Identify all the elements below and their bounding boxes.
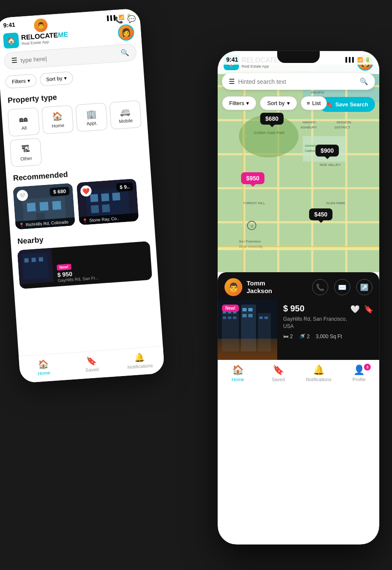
card-details: $ 950 🤍 🔖 GayHills Rd, San Francisco,USA… (277, 300, 379, 360)
svg-rect-14 (22, 253, 49, 280)
card-price: $ 950 (283, 304, 304, 314)
prop-type-appt[interactable]: 🏢 Appt. (75, 103, 108, 132)
svg-rect-61 (248, 308, 253, 311)
svg-text:HAIGHT-: HAIGHT- (303, 120, 317, 124)
search-input-back[interactable] (20, 50, 118, 64)
svg-rect-64 (259, 316, 263, 319)
share-button[interactable]: ↗️ (356, 279, 372, 295)
notification-badge: 3 (364, 364, 371, 370)
notifications-nav-icon-back: 🔔 (134, 352, 145, 363)
mobile-icon: 🚐 (119, 106, 131, 117)
prop-type-other[interactable]: 🏗 Other (9, 138, 42, 167)
svg-text:NOE VALLEY: NOE VALLEY (320, 163, 341, 167)
card-address: GayHills Rd, San Francisco,USA (283, 316, 373, 330)
bookmark-icon-card[interactable]: 🔖 (364, 305, 373, 314)
svg-rect-17 (39, 257, 43, 262)
svg-rect-59 (233, 316, 236, 319)
battery-icon-front: 🔋 (365, 57, 371, 63)
heart-icon-card[interactable]: 🤍 (350, 305, 360, 314)
nav-saved-back[interactable]: 🔖 Saved (67, 354, 116, 374)
tagline-front: Real Estate App (241, 64, 289, 68)
sort-button-front[interactable]: Sort by ▾ (260, 96, 297, 110)
time-back: 9:41 (3, 21, 15, 29)
prop-type-mobile[interactable]: 🚐 Mobile (109, 100, 142, 130)
call-button[interactable]: 📞 (312, 279, 328, 295)
svg-text:Golden Gate Park: Golden Gate Park (254, 131, 285, 135)
svg-rect-23 (218, 187, 379, 189)
message-button[interactable]: ✉️ (334, 279, 350, 295)
sort-button-back[interactable]: Sort by ▾ (39, 71, 73, 86)
nav-notifications-front[interactable]: 🔔 Notifications (298, 365, 339, 382)
card-actions: 🤍 🔖 (350, 305, 373, 314)
home-icon: 🏠 (52, 111, 63, 122)
card-agent-avatar: 👨 (224, 278, 242, 296)
back-phone: 9:41 ▌▌▌ 📶 🔋 🏠 RELOCATEME Real Estate Ap… (0, 8, 165, 383)
nearby-card[interactable]: 👨 Tomm Jackson 📞 💬 (17, 241, 153, 289)
dropdown-icon: ▾ (64, 75, 67, 81)
rec-card-2[interactable]: ❤️ $ 9.. 📍 Stone Ray, Co.. (77, 179, 139, 225)
status-icons-front: ▌▌▌ 📶 🔋 (346, 57, 371, 63)
nearby-property-img (17, 248, 54, 284)
card-agent-icons: 📞 ✉️ ↗️ (312, 279, 372, 295)
logo-icon-back: 🏠 (3, 32, 19, 48)
saved-nav-icon-front: 🔖 (273, 365, 284, 376)
svg-rect-3 (40, 202, 48, 211)
filters-button-front[interactable]: Filters ▾ (222, 96, 256, 110)
map-marker-680[interactable]: $680 (260, 113, 284, 125)
search-bar-front[interactable]: ☰ 🔍 (222, 73, 375, 90)
all-icon: 🏘 (19, 114, 28, 124)
other-icon: 🏗 (21, 144, 30, 154)
card-body: New! $ 950 🤍 🔖 GayHills Rd, San Francisc… (218, 300, 379, 360)
nav-profile-front[interactable]: 👤 Profile 3 (339, 365, 379, 382)
card-specs: 🛏 2 🚿 2 3,000 Sq Ft (283, 333, 373, 339)
svg-rect-62 (242, 314, 247, 317)
dropdown-icon-sort: ▾ (287, 100, 290, 106)
dropdown-icon: ▾ (27, 78, 30, 84)
prop-type-all[interactable]: 🏘 All (7, 107, 40, 137)
svg-rect-58 (228, 316, 231, 319)
new-badge-card: New! (222, 305, 239, 312)
dropdown-icon-filters: ▾ (246, 100, 249, 106)
bath-icon: 🚿 (299, 333, 305, 339)
map-marker-950[interactable]: $950 (241, 172, 264, 184)
home-nav-icon-front: 🏠 (232, 365, 244, 376)
svg-rect-2 (27, 202, 36, 211)
map-marker-450[interactable]: $450 (309, 208, 332, 220)
svg-rect-9 (101, 193, 109, 201)
nearby-info: New! $ 950 GayHills Rd, San Fr... (51, 241, 152, 287)
property-card-front: 👨 TommJackson 📞 ✉️ ↗️ (218, 272, 379, 360)
svg-rect-12 (102, 204, 110, 212)
beds-spec: 🛏 2 (283, 333, 293, 339)
price-badge-1: $ 680 (50, 187, 70, 197)
home-nav-icon: 🏠 (38, 359, 49, 370)
nav-home-front[interactable]: 🏠 Home (218, 365, 258, 382)
filters-button-back[interactable]: Filters ▾ (5, 74, 37, 89)
hamburger-icon-front: ☰ (229, 77, 235, 86)
nav-notifications-back[interactable]: 🔔 Notifications (115, 351, 165, 370)
svg-text:ASHBURY: ASHBURY (301, 125, 317, 129)
svg-rect-8 (90, 194, 98, 202)
nearby-card-img (17, 248, 54, 284)
svg-text:PACIFIC: PACIFIC (311, 91, 324, 94)
hamburger-icon-back: ☰ (11, 57, 17, 65)
signal-icon-front: ▌▌▌ (346, 57, 355, 62)
nav-saved-front[interactable]: 🔖 Saved (258, 365, 298, 382)
search-icon-front[interactable]: 🔍 (360, 77, 368, 86)
svg-text:DISTRICT: DISTRICT (335, 125, 350, 129)
rec-card-1[interactable]: 🤍 $ 680 📍 RichHills Rd, Colorado (13, 183, 75, 230)
list-button[interactable]: ≡ List (301, 96, 327, 110)
nav-home-back[interactable]: 🏠 Home (19, 357, 68, 377)
front-phone-inner: Golden Gate Park University of Californi… (218, 51, 379, 544)
search-input-front[interactable] (238, 78, 356, 85)
front-phone: Golden Gate Park University of Californi… (218, 51, 379, 544)
profile-nav-icon-front: 👤 (353, 365, 365, 376)
sqft-spec: 3,000 Sq Ft (315, 333, 342, 339)
search-icon-back[interactable]: 🔍 (120, 48, 129, 57)
prop-type-home[interactable]: 🏠 Home (41, 105, 74, 134)
card-agent-info: 👨 TommJackson (224, 278, 272, 296)
price-badge-2: $ 9.. (116, 182, 134, 192)
save-search-button[interactable]: 🔖 Save Search (319, 97, 375, 112)
map-marker-900[interactable]: $900 (315, 145, 339, 157)
baths-spec: 🚿 2 (299, 333, 310, 339)
svg-text:GLEN PARK: GLEN PARK (326, 201, 346, 205)
